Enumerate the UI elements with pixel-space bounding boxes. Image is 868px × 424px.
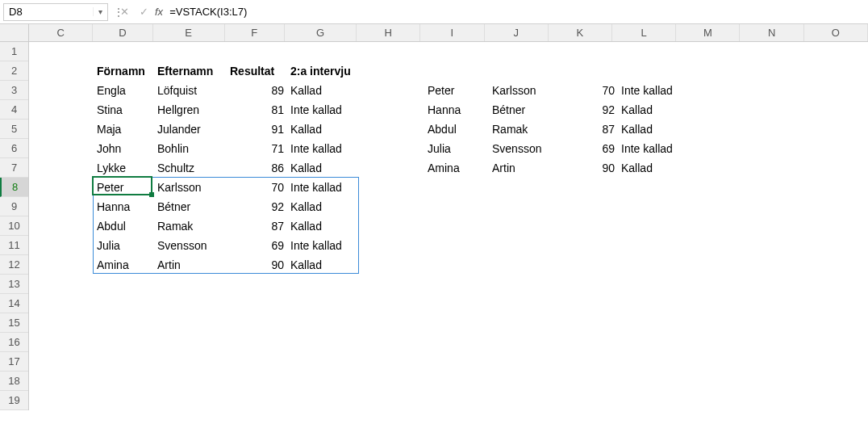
spreadsheet-grid[interactable]: CDEFGHIJKLMNO 12345678910111213141516171… xyxy=(0,24,868,424)
column-header-F[interactable]: F xyxy=(225,24,285,41)
check-icon[interactable]: ✓ xyxy=(134,3,153,21)
name-box[interactable]: D8 ▾ xyxy=(3,3,108,21)
cell-L5[interactable]: Kallad xyxy=(618,120,682,139)
cell-D4[interactable]: Stina xyxy=(94,100,154,120)
cell-D10[interactable]: Abdul xyxy=(94,216,154,236)
row-header-11[interactable]: 11 xyxy=(0,236,28,255)
cell-G12[interactable]: Kallad xyxy=(287,255,360,275)
cell-I6[interactable]: Julia xyxy=(424,139,489,158)
cell-L6[interactable]: Inte kallad xyxy=(618,139,682,158)
cell-F12[interactable]: 90 xyxy=(227,255,287,275)
row-header-1[interactable]: 1 xyxy=(0,42,28,61)
cancel-icon[interactable]: ✕ xyxy=(115,3,134,21)
row-header-2[interactable]: 2 xyxy=(0,61,28,81)
cell-L3[interactable]: Inte kallad xyxy=(618,81,682,100)
cell-G6[interactable]: Inte kallad xyxy=(287,139,360,158)
column-header-K[interactable]: K xyxy=(549,24,612,41)
row-header-17[interactable]: 17 xyxy=(0,352,28,372)
row-header-13[interactable]: 13 xyxy=(0,275,28,294)
cell-J6[interactable]: Svensson xyxy=(489,139,553,158)
cell-D3[interactable]: Engla xyxy=(94,81,154,100)
cell-D6[interactable]: John xyxy=(94,139,154,158)
formula-input[interactable] xyxy=(166,3,868,21)
cell-E5[interactable]: Julander xyxy=(154,120,227,139)
cell-G3[interactable]: Kallad xyxy=(287,81,360,100)
row-header-6[interactable]: 6 xyxy=(0,139,28,158)
cell-K7[interactable]: 90 xyxy=(553,158,618,178)
cell-L4[interactable]: Kallad xyxy=(618,100,682,120)
cell-J7[interactable]: Artin xyxy=(489,158,553,178)
cell-D11[interactable]: Julia xyxy=(94,236,154,255)
cell-G9[interactable]: Kallad xyxy=(287,197,360,216)
cell-F2[interactable]: Resultat xyxy=(227,61,287,81)
cell-I4[interactable]: Hanna xyxy=(424,100,489,120)
cell-E4[interactable]: Hellgren xyxy=(154,100,227,120)
cell-E7[interactable]: Schultz xyxy=(154,158,227,178)
cell-I3[interactable]: Peter xyxy=(424,81,489,100)
column-header-D[interactable]: D xyxy=(93,24,152,41)
row-header-5[interactable]: 5 xyxy=(0,120,28,139)
cell-G2[interactable]: 2:a intervju xyxy=(287,61,360,81)
cell-G8[interactable]: Inte kallad xyxy=(287,178,360,197)
column-header-E[interactable]: E xyxy=(153,24,225,41)
cell-J4[interactable]: Bétner xyxy=(489,100,553,120)
row-header-10[interactable]: 10 xyxy=(0,216,28,236)
cell-F3[interactable]: 89 xyxy=(227,81,287,100)
cell-D5[interactable]: Maja xyxy=(94,120,154,139)
cell-F7[interactable]: 86 xyxy=(227,158,287,178)
column-header-I[interactable]: I xyxy=(420,24,484,41)
row-header-3[interactable]: 3 xyxy=(0,81,28,100)
cell-J5[interactable]: Ramak xyxy=(489,120,553,139)
cell-D12[interactable]: Amina xyxy=(94,255,154,275)
cell-G11[interactable]: Inte kallad xyxy=(287,236,360,255)
cell-D9[interactable]: Hanna xyxy=(94,197,154,216)
cell-E12[interactable]: Artin xyxy=(154,255,227,275)
cell-E9[interactable]: Bétner xyxy=(154,197,227,216)
row-header-9[interactable]: 9 xyxy=(0,197,28,216)
row-header-12[interactable]: 12 xyxy=(0,255,28,275)
cell-G5[interactable]: Kallad xyxy=(287,120,360,139)
column-header-G[interactable]: G xyxy=(285,24,357,41)
cell-I7[interactable]: Amina xyxy=(424,158,489,178)
row-header-16[interactable]: 16 xyxy=(0,333,28,352)
chevron-down-icon[interactable]: ▾ xyxy=(93,7,107,16)
cell-F4[interactable]: 81 xyxy=(227,100,287,120)
column-header-H[interactable]: H xyxy=(357,24,420,41)
cell-K5[interactable]: 87 xyxy=(553,120,618,139)
column-header-N[interactable]: N xyxy=(740,24,803,41)
cell-E2[interactable]: Efternamn xyxy=(154,61,227,81)
cell-G7[interactable]: Kallad xyxy=(287,158,360,178)
column-header-O[interactable]: O xyxy=(804,24,868,41)
column-header-M[interactable]: M xyxy=(676,24,740,41)
cell-L7[interactable]: Kallad xyxy=(618,158,682,178)
cell-G10[interactable]: Kallad xyxy=(287,216,360,236)
cell-E6[interactable]: Bohlin xyxy=(154,139,227,158)
cell-I5[interactable]: Abdul xyxy=(424,120,489,139)
cell-E11[interactable]: Svensson xyxy=(154,236,227,255)
cell-K3[interactable]: 70 xyxy=(553,81,618,100)
cell-F5[interactable]: 91 xyxy=(227,120,287,139)
row-header-15[interactable]: 15 xyxy=(0,313,28,333)
cell-E8[interactable]: Karlsson xyxy=(154,178,227,197)
row-header-18[interactable]: 18 xyxy=(0,372,28,391)
cell-F6[interactable]: 71 xyxy=(227,139,287,158)
cell-D2[interactable]: Förnamn xyxy=(94,61,154,81)
cell-J3[interactable]: Karlsson xyxy=(489,81,553,100)
cell-D7[interactable]: Lykke xyxy=(94,158,154,178)
column-header-J[interactable]: J xyxy=(485,24,549,41)
row-header-8[interactable]: 8 xyxy=(0,178,28,197)
cell-F11[interactable]: 69 xyxy=(227,236,287,255)
row-header-19[interactable]: 19 xyxy=(0,391,28,410)
row-header-4[interactable]: 4 xyxy=(0,100,28,120)
cell-K4[interactable]: 92 xyxy=(553,100,618,120)
cell-F8[interactable]: 70 xyxy=(227,178,287,197)
row-header-14[interactable]: 14 xyxy=(0,294,28,313)
select-all-corner[interactable] xyxy=(0,24,29,42)
cell-E3[interactable]: Löfquist xyxy=(154,81,227,100)
cell-F9[interactable]: 92 xyxy=(227,197,287,216)
cell-F10[interactable]: 87 xyxy=(227,216,287,236)
cell-E10[interactable]: Ramak xyxy=(154,216,227,236)
cell-K6[interactable]: 69 xyxy=(553,139,618,158)
column-header-L[interactable]: L xyxy=(612,24,676,41)
fx-icon[interactable]: fx xyxy=(153,6,166,18)
